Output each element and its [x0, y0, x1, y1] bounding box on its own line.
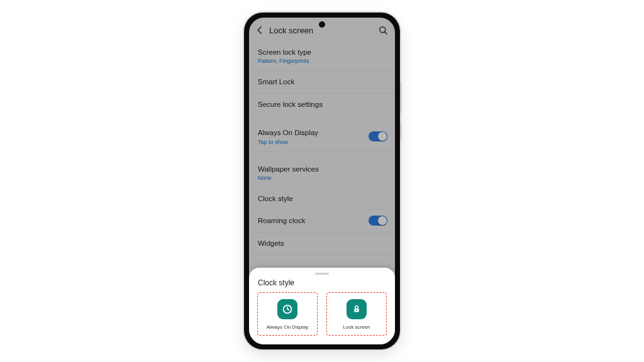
clock-icon	[277, 299, 297, 319]
screen: Lock screen Screen lock type Pattern, Fi…	[249, 18, 395, 344]
toggle-roaming[interactable]	[369, 216, 387, 226]
settings-list: Screen lock type Pattern, Fingerprints S…	[249, 40, 395, 255]
row-title: Smart Lock	[258, 77, 386, 86]
row-title: Screen lock type	[258, 48, 386, 57]
row-subtitle: Pattern, Fingerprints	[258, 58, 386, 64]
row-title: Clock style	[258, 194, 386, 203]
option-lock-screen[interactable]: Lock screen	[326, 292, 387, 336]
row-secure-lock[interactable]: Secure lock settings	[249, 94, 395, 116]
row-title: Secure lock settings	[258, 100, 386, 109]
search-icon[interactable]	[377, 25, 389, 36]
row-always-on-display[interactable]: Always On Display Tap to show	[249, 122, 395, 151]
svg-point-4	[356, 310, 357, 311]
clock-style-sheet: Clock style Always On Display Lock scree…	[249, 268, 395, 344]
row-title: Always On Display	[258, 128, 386, 137]
divider	[249, 152, 395, 158]
drag-handle-icon[interactable]	[315, 273, 329, 275]
toggle-knob	[378, 132, 387, 141]
row-roaming-clock[interactable]: Roaming clock	[249, 210, 395, 232]
volume-button	[400, 82, 402, 113]
back-icon[interactable]	[253, 23, 267, 37]
option-label: Always On Display	[267, 324, 309, 330]
sheet-title: Clock style	[255, 278, 389, 287]
row-clock-style[interactable]: Clock style	[249, 188, 395, 210]
lock-icon	[347, 299, 367, 319]
sheet-options: Always On Display Lock screen	[255, 292, 389, 336]
option-always-on-display[interactable]: Always On Display	[257, 292, 318, 336]
camera-punch-hole	[319, 21, 325, 28]
row-widgets[interactable]: Widgets	[249, 233, 395, 255]
power-button	[400, 123, 402, 140]
toggle-knob	[378, 216, 387, 225]
row-title: Wallpaper services	[258, 165, 386, 173]
row-title: Roaming clock	[258, 216, 386, 225]
toggle-aod[interactable]	[369, 131, 387, 141]
svg-line-1	[385, 32, 387, 34]
row-screen-lock-type[interactable]: Screen lock type Pattern, Fingerprints	[249, 41, 395, 71]
row-subtitle: None	[258, 175, 386, 181]
row-title: Widgets	[258, 239, 386, 248]
row-subtitle: Tap to show	[258, 139, 386, 145]
row-wallpaper-services[interactable]: Wallpaper services None	[249, 158, 395, 188]
divider	[249, 116, 395, 122]
option-label: Lock screen	[343, 324, 370, 330]
row-smart-lock[interactable]: Smart Lock	[249, 71, 395, 93]
phone-frame: Lock screen Screen lock type Pattern, Fi…	[244, 13, 400, 349]
